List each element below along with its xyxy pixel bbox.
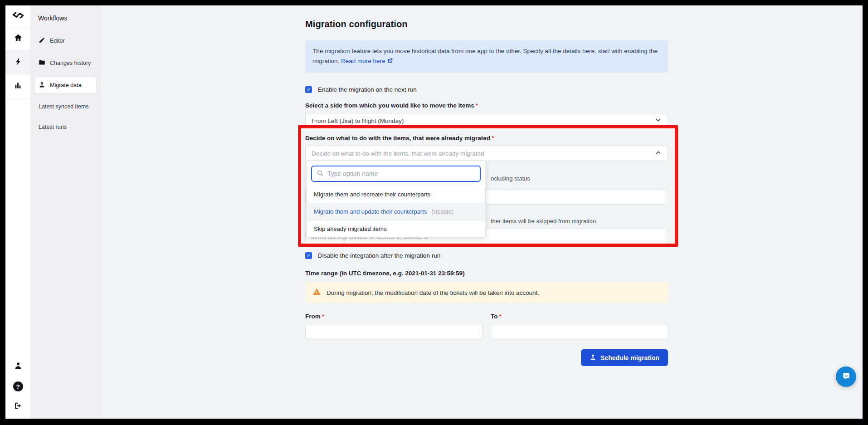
actions-row: Schedule migration — [305, 349, 668, 366]
info-banner: The migration feature lets you move hist… — [305, 40, 668, 73]
main-area: Migration configuration The migration fe… — [100, 5, 863, 419]
migration-form: Migration configuration The migration fe… — [305, 5, 668, 366]
chevron-up-icon — [655, 149, 662, 157]
sidebar-item-label: Latest synced items — [39, 103, 88, 110]
time-range-label: Time range (in UTC timezone, e.g. 2021-0… — [305, 270, 668, 277]
help-button[interactable] — [13, 381, 23, 391]
sidebar-item-label: Editor — [50, 38, 65, 44]
obscured-text-fragment: ther items will be skipped from migratio… — [491, 218, 598, 225]
folder-icon — [39, 59, 45, 67]
time-range-row: From* To* — [305, 313, 668, 339]
required-asterisk: * — [322, 313, 324, 320]
to-input[interactable] — [491, 324, 668, 339]
to-column: To* — [491, 313, 668, 339]
account-button[interactable] — [14, 361, 23, 371]
read-more-link[interactable]: Read more here — [341, 58, 393, 64]
workflows-sidebar: Workflows Editor Changes history Migrate… — [31, 5, 100, 419]
to-label: To* — [491, 313, 668, 320]
sidebar-item-latest-runs[interactable]: Latest runs — [35, 120, 96, 134]
from-label: From* — [305, 313, 483, 320]
option-search-wrap — [307, 161, 485, 186]
option-search-box — [311, 166, 481, 182]
required-asterisk: * — [476, 102, 478, 109]
option-suffix: (Update) — [431, 209, 454, 215]
sidebar-item-latest-synced-items[interactable]: Latest synced items — [35, 99, 96, 114]
search-icon — [317, 170, 324, 178]
disable-integration-checkbox[interactable] — [305, 252, 312, 259]
warning-text: During migration, the modification date … — [327, 289, 539, 296]
chat-launcher-button[interactable] — [836, 366, 856, 387]
decide-select-label: Decide on what to do with the items, tha… — [305, 135, 668, 142]
rail-workflows-button[interactable] — [5, 50, 30, 74]
option-migrate-update[interactable]: Migrate them and update their counterpar… — [307, 203, 485, 220]
rail-bottom-group — [5, 361, 30, 419]
warning-banner: During migration, the modification date … — [305, 282, 668, 303]
logo-icon — [12, 11, 24, 21]
from-input[interactable] — [305, 324, 483, 339]
upload-icon — [39, 81, 45, 89]
obscured-text-fragment: ncluding status — [491, 175, 530, 182]
sidebar-title: Workflows — [38, 15, 96, 22]
sidebar-item-editor[interactable]: Editor — [35, 33, 96, 49]
side-select[interactable]: From Left (Jira) to Right (Monday) — [305, 113, 668, 128]
pencil-icon — [39, 37, 45, 45]
side-select-value: From Left (Jira) to Right (Monday) — [312, 117, 655, 124]
rail-stats-button[interactable] — [5, 74, 30, 98]
upload-icon — [590, 354, 596, 362]
external-link-icon — [387, 59, 393, 65]
disable-integration-row: Disable the integration after the migrat… — [305, 252, 668, 259]
sidebar-item-label: Latest runs — [39, 124, 67, 130]
sidebar-item-migrate-data[interactable]: Migrate data — [35, 77, 96, 93]
home-icon — [14, 33, 23, 44]
decide-under-area: ncluding status ther items will be skipp… — [305, 161, 668, 243]
enable-migration-checkbox[interactable] — [305, 86, 312, 93]
option-skip-migrated[interactable]: Skip already migrated items — [307, 220, 485, 237]
enable-migration-label: Enable the migration on the next run — [318, 86, 417, 93]
sidebar-item-changes-history[interactable]: Changes history — [35, 55, 96, 71]
bar-chart-icon — [14, 81, 22, 91]
decide-section: Decide on what to do with the items, tha… — [305, 135, 668, 243]
warning-icon — [312, 288, 321, 298]
chevron-down-icon — [655, 117, 662, 125]
required-asterisk: * — [499, 313, 502, 320]
option-migrate-recreate[interactable]: Migrate them and recreate their counterp… — [307, 186, 485, 203]
side-select-label: Select a side from which you would like … — [305, 102, 668, 109]
decide-dropdown-panel: Migrate them and recreate their counterp… — [306, 161, 486, 238]
disable-integration-label: Disable the integration after the migrat… — [318, 252, 440, 259]
decide-select-placeholder: Decide on what to do with the items, tha… — [312, 150, 655, 157]
icon-rail — [5, 5, 31, 419]
logout-icon[interactable] — [14, 401, 22, 411]
schedule-migration-button[interactable]: Schedule migration — [581, 349, 668, 366]
app-window: Workflows Editor Changes history Migrate… — [5, 5, 863, 419]
app-logo — [5, 5, 30, 26]
sidebar-item-label: Changes history — [50, 60, 91, 66]
page-title: Migration configuration — [305, 19, 668, 29]
chat-bubble-icon — [841, 371, 851, 382]
enable-migration-row: Enable the migration on the next run — [305, 86, 668, 93]
lightning-icon — [14, 57, 22, 68]
sidebar-item-label: Migrate data — [50, 82, 81, 88]
rail-home-button[interactable] — [5, 26, 30, 50]
decide-select[interactable]: Decide on what to do with the items, tha… — [305, 146, 668, 161]
from-column: From* — [305, 313, 483, 339]
required-asterisk: * — [492, 135, 494, 142]
option-search-input[interactable] — [327, 170, 475, 177]
